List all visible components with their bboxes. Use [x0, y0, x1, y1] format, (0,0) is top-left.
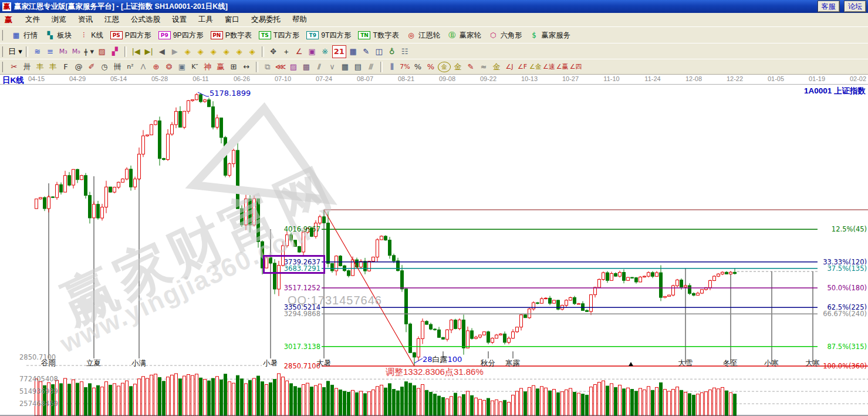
pattern-box-icon[interactable]: ▨ [96, 46, 108, 58]
scribble-chart-icon[interactable]: ≋ [32, 46, 43, 58]
toolbar-button-9p-square[interactable]: P99P四方形 [156, 29, 207, 42]
gold-comb-icon[interactable]: 丰 [34, 61, 46, 73]
toolbar-button-9t-square[interactable]: T99T四方形 [303, 29, 354, 42]
wave-gold-icon[interactable]: ≈ [478, 61, 489, 73]
menu-item-formula-picker[interactable]: 公式选股 [125, 14, 166, 26]
gann-diamond-expand-icon[interactable]: ◈ [208, 46, 219, 58]
a-ruler-icon[interactable]: Λ [137, 61, 149, 73]
candle-style-icon[interactable]: ǂ ▾ [83, 46, 95, 58]
pct-icon[interactable]: % [412, 61, 424, 73]
comb2-icon[interactable]: 卌 [112, 61, 123, 73]
angle-measure-icon[interactable]: ∠ [293, 46, 305, 58]
nav-first-icon[interactable]: |◀ [130, 46, 142, 58]
crosshair-icon[interactable]: ＋ [281, 46, 292, 58]
customer-service-button[interactable]: 客服 [818, 1, 839, 12]
toolbar-handle[interactable] [2, 62, 5, 72]
gann-diamond-left-icon[interactable]: ◈ [182, 46, 194, 58]
toolbar-handle[interactable] [2, 46, 5, 57]
spiral-icon[interactable]: @ [73, 61, 85, 73]
fan-lines-icon[interactable]: ⋘ [275, 61, 286, 73]
dense-grid-icon[interactable]: ▦ [339, 61, 351, 73]
red-pen-icon[interactable]: ✐ [86, 61, 97, 73]
rising-lines-icon[interactable]: ⫽ [313, 61, 325, 73]
target-circle-icon[interactable]: ⊕ [150, 61, 162, 73]
gann-diamond-cross-icon[interactable]: ◈ [234, 46, 245, 58]
pct-line-icon[interactable]: % [425, 61, 437, 73]
gann-diamond-right-icon[interactable]: ◈ [195, 46, 207, 58]
toolbar-button-quotes[interactable]: ▦行情 [8, 29, 41, 42]
toolbar-button-sectors[interactable]: ▚板块 [42, 29, 75, 42]
grid-123-icon[interactable]: ⊞ [228, 61, 239, 73]
f-grid-icon[interactable]: F [60, 61, 72, 73]
toolbar-button-winner-wheel[interactable]: Ⓑ赢家轮 [444, 29, 484, 42]
mini-chart-3-icon[interactable]: M₃ [58, 46, 69, 58]
box-target-icon[interactable]: ▣ [176, 61, 188, 73]
angle-gold-icon[interactable]: ∠金 [529, 61, 542, 73]
pct7-icon[interactable]: 7% [399, 61, 411, 73]
info-doc-icon[interactable]: ≡ [45, 46, 56, 58]
n-square-icon[interactable]: n² [124, 61, 136, 73]
angle-j-icon[interactable]: ∠J [504, 61, 515, 73]
nav-next-icon[interactable]: ▶ [169, 46, 181, 58]
grid-chart-icon[interactable]: ▤ [352, 61, 364, 73]
calendar-icon[interactable]: 21 [332, 45, 346, 58]
time-clock-icon[interactable]: ◷ [99, 61, 110, 73]
menu-item-trade[interactable]: 交易委托 [245, 14, 286, 26]
wave-tool-icon[interactable]: ※ [319, 46, 331, 58]
fan-box-icon[interactable]: ▨ [288, 61, 299, 73]
toolbar-button-kline[interactable]: ⫶K线 [76, 29, 106, 42]
nav-prev-icon[interactable]: ◀ [156, 46, 168, 58]
nav-last-icon[interactable]: ▶| [143, 46, 155, 58]
gann-box-icon[interactable]: ▣ [306, 46, 318, 58]
ratio-bars-icon[interactable]: ⫼ [386, 61, 398, 73]
span-arrows-icon[interactable]: ↔ [241, 61, 252, 73]
comb-grid-icon[interactable]: 卅 [21, 61, 33, 73]
menu-item-tools[interactable]: 工具 [192, 14, 219, 26]
menu-item-news[interactable]: 资讯 [72, 14, 99, 26]
menu-item-browse[interactable]: 浏览 [46, 14, 72, 26]
toolbar-button-p-number[interactable]: PNP数字表 [208, 29, 255, 42]
hatch-icon[interactable]: ⫻ [365, 61, 377, 73]
toolbar-button-gann-wheel[interactable]: ◎江恩轮 [403, 29, 443, 42]
star-grid-icon[interactable]: ❂ [163, 61, 175, 73]
toolbar-button-t-number[interactable]: TNT数字表 [355, 29, 401, 42]
printer-icon[interactable]: ☷ [399, 46, 411, 58]
box-select-icon[interactable]: ⧉ [262, 61, 273, 73]
cut-tool-icon[interactable]: ✂ [8, 61, 20, 73]
k-deriv-icon[interactable]: K″ [189, 61, 201, 73]
v-line-icon[interactable]: ∨ [326, 61, 338, 73]
forum-button[interactable]: 论坛 [845, 1, 866, 12]
toolbar-button-winner-service[interactable]: $赢家服务 [526, 29, 573, 42]
toolbar-handle[interactable] [2, 30, 5, 41]
ying-icon[interactable]: 赢 [215, 61, 227, 73]
mini-chart-9-icon[interactable]: M₉ [70, 46, 82, 58]
menu-item-settings[interactable]: 设置 [166, 14, 192, 26]
angle-f-icon[interactable]: ∠F [516, 61, 528, 73]
net-update-icon[interactable]: ♁ [386, 46, 398, 58]
angle-speed-icon[interactable]: ∠速 [543, 61, 555, 73]
paint-pen-icon[interactable]: ✎ [465, 61, 477, 73]
period-day-selector[interactable]: 日 ▾ [8, 46, 22, 58]
menu-item-window[interactable]: 窗口 [219, 14, 245, 26]
calculator-icon[interactable]: ▦ [347, 46, 359, 58]
toolbar-button-p-square[interactable]: PSP四方形 [107, 29, 154, 42]
gold-line-icon[interactable]: 金 [452, 61, 464, 73]
shen-icon[interactable]: 神 [202, 61, 214, 73]
hand-drag-icon[interactable]: ✥ [268, 46, 279, 58]
menu-item-file[interactable]: 文件 [19, 14, 46, 26]
toolbar-button-t-square[interactable]: TST四方形 [256, 29, 302, 42]
gold-circle-icon[interactable]: 金 [438, 62, 451, 72]
save-icon[interactable]: ◫ [373, 46, 385, 58]
color-bars-icon[interactable]: ▞ [109, 46, 121, 58]
angle-ying-icon[interactable]: ∠赢 [556, 61, 569, 73]
gann-diamond-shrink-icon[interactable]: ◈ [221, 46, 232, 58]
gann-diamond-full-icon[interactable]: ◈ [246, 46, 258, 58]
menu-item-help[interactable]: 帮助 [286, 14, 313, 26]
gold-comb2-icon[interactable]: 丰 [47, 61, 59, 73]
toolbar-button-hexagon[interactable]: ⬡六角形 [485, 29, 525, 42]
angle-four-icon[interactable]: ∠四 [570, 61, 582, 73]
gold-icon[interactable]: 金 [491, 61, 502, 73]
menu-item-gann[interactable]: 江恩 [99, 14, 125, 26]
shade-box-icon[interactable]: ▩ [300, 61, 312, 73]
notes-icon[interactable]: ✎ [360, 46, 372, 58]
